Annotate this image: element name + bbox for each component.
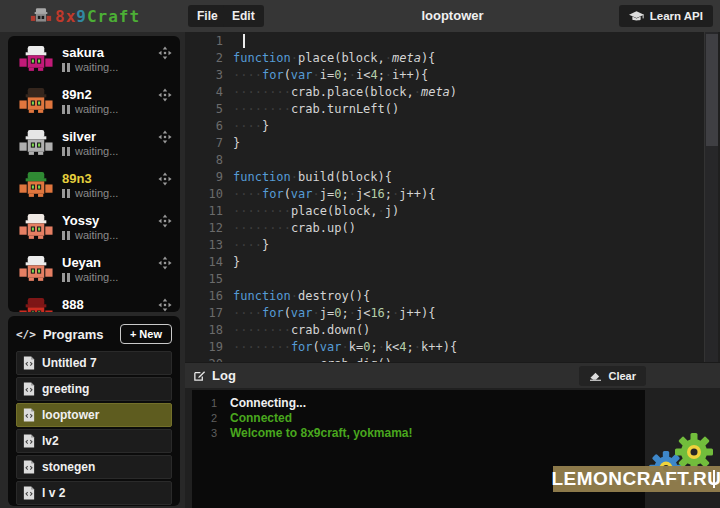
eraser-icon <box>589 370 602 381</box>
line-number: 3 <box>185 67 233 84</box>
program-item[interactable]: l v 2 <box>16 481 172 505</box>
program-item[interactable]: stonegen <box>16 455 172 479</box>
locate-player-button[interactable] <box>158 130 172 147</box>
learn-api-label: Learn API <box>650 10 703 22</box>
code-text: ········for(var·k=0;·k<4;·k++){ <box>233 339 457 356</box>
player-row[interactable]: 89n2 waiting... <box>8 80 180 122</box>
player-row[interactable]: 89n3 waiting... <box>8 164 180 206</box>
code-line: 7 } <box>185 135 702 152</box>
programs-header: </> Programs + New <box>16 323 172 345</box>
clear-log-button[interactable]: Clear <box>579 366 646 386</box>
logo-text: 8x9Craft <box>55 7 140 26</box>
player-row[interactable]: silver waiting... <box>8 122 180 164</box>
player-status: waiting... <box>62 271 154 283</box>
player-row[interactable]: 888 waiting... <box>8 290 180 312</box>
player-name: Ueyan <box>62 255 154 270</box>
top-bar: 8x9Craft File Edit looptower Learn API <box>0 0 720 32</box>
code-line: 11 ········place(block,·j) <box>185 203 702 220</box>
editor-scrollbar[interactable] <box>704 32 718 362</box>
clear-label: Clear <box>608 370 636 382</box>
code-line: 9 function·build(block){ <box>185 169 702 186</box>
log-line-number: 1 <box>192 396 230 411</box>
program-name: greeting <box>42 382 89 396</box>
code-line: 15 <box>185 271 702 288</box>
player-status: waiting... <box>62 187 154 199</box>
pause-icon <box>62 105 70 114</box>
code-text: ········crab.place(block,·meta) <box>233 84 457 101</box>
code-line: 5 ········crab.turnLeft() <box>185 101 702 118</box>
program-item[interactable]: lv2 <box>16 429 172 453</box>
code-text: ········crab.down() <box>233 322 370 339</box>
player-name: 89n3 <box>62 171 154 186</box>
player-name: silver <box>62 129 154 144</box>
watermark-bar: LEMONCRAFT.RU <box>553 466 720 492</box>
player-row[interactable]: Ueyan waiting... <box>8 248 180 290</box>
code-text: function·place(block,·meta){ <box>233 50 435 67</box>
code-line: 1 <box>185 33 702 50</box>
player-status-text: waiting... <box>75 271 118 283</box>
player-status-text: waiting... <box>75 187 118 199</box>
code-text: ····} <box>233 118 269 135</box>
line-number: 5 <box>185 101 233 118</box>
locate-player-button[interactable] <box>158 214 172 231</box>
player-status: waiting... <box>62 103 154 115</box>
locate-player-button[interactable] <box>158 46 172 63</box>
crab-avatar-icon <box>18 128 54 159</box>
log-entry: 2 Connected <box>192 411 645 426</box>
player-list: sakura waiting... 89n2 <box>8 36 180 312</box>
code-editor[interactable]: 1 2 function·place(block,·meta){ 3 ····f… <box>185 32 720 362</box>
player-info: Ueyan waiting... <box>62 255 154 283</box>
line-number: 17 <box>185 305 233 322</box>
player-status: waiting... <box>62 145 154 157</box>
line-number: 8 <box>185 152 233 169</box>
log-text: Connected <box>230 411 292 426</box>
player-status-text: waiting... <box>75 61 118 73</box>
line-number: 19 <box>185 339 233 356</box>
move-crosshair-icon <box>158 172 172 186</box>
new-program-button[interactable]: + New <box>120 324 172 344</box>
log-text: Connecting... <box>230 396 306 411</box>
app-logo: 8x9Craft <box>30 0 140 32</box>
locate-player-button[interactable] <box>158 298 172 312</box>
line-number: 14 <box>185 254 233 271</box>
learn-api-button[interactable]: Learn API <box>619 5 713 27</box>
player-status: waiting... <box>62 229 154 241</box>
code-text: function·destroy(){ <box>233 288 370 305</box>
player-row[interactable]: Yossy waiting... <box>8 206 180 248</box>
locate-player-button[interactable] <box>158 256 172 273</box>
player-info: sakura waiting... <box>62 45 154 73</box>
code-line: 16 function·destroy(){ <box>185 288 702 305</box>
program-item[interactable]: looptower <box>16 403 172 427</box>
crab-avatar-icon <box>18 44 54 75</box>
program-item[interactable]: greeting <box>16 377 172 401</box>
code-text: ········crab.turnLeft() <box>233 101 399 118</box>
log-title: Log <box>212 368 236 383</box>
code-text: function·build(block){ <box>233 169 392 186</box>
programs-title: Programs <box>43 327 120 342</box>
line-number: 4 <box>185 84 233 101</box>
line-number: 11 <box>185 203 233 220</box>
player-status-text: waiting... <box>75 145 118 157</box>
scrollbar-thumb[interactable] <box>706 34 718 146</box>
move-crosshair-icon <box>158 214 172 228</box>
code-line: 13 ····} <box>185 237 702 254</box>
log-text: Welcome to 8x9craft, yokmama! <box>230 426 413 441</box>
programs-panel: </> Programs + New Untitled 7 greeting l… <box>8 316 180 506</box>
program-item[interactable]: Untitled 7 <box>16 351 172 375</box>
log-line-number: 2 <box>192 411 230 426</box>
log-edit-icon <box>193 369 206 382</box>
player-name: 888 <box>62 297 154 312</box>
code-line: 2 function·place(block,·meta){ <box>185 50 702 67</box>
crab-avatar-icon <box>18 170 54 201</box>
locate-player-button[interactable] <box>158 88 172 105</box>
log-entry: 3 Welcome to 8x9craft, yokmama! <box>192 426 645 441</box>
watermark-caret <box>713 470 715 488</box>
code-text: ····for(var·j=0;·j<16;·j++){ <box>233 186 435 203</box>
locate-player-button[interactable] <box>158 172 172 189</box>
player-row[interactable]: sakura waiting... <box>8 38 180 80</box>
move-crosshair-icon <box>158 88 172 102</box>
pause-icon <box>62 147 70 156</box>
move-crosshair-icon <box>158 130 172 144</box>
player-info: 89n2 waiting... <box>62 87 154 115</box>
program-name: lv2 <box>42 434 59 448</box>
